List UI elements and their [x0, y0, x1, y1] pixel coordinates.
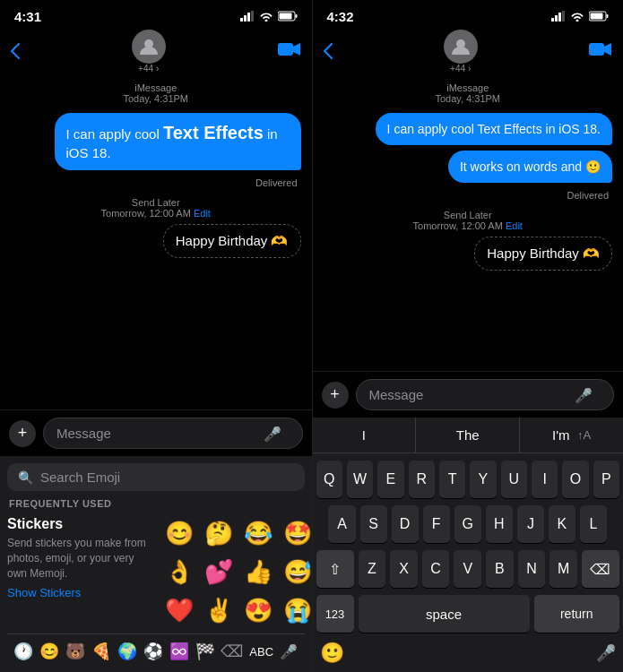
suggestion-icon: ↑A	[577, 428, 591, 442]
right-avatar	[444, 30, 478, 64]
right-wifi-icon	[570, 11, 584, 22]
suggestion-Im[interactable]: I'm ↑A	[520, 418, 623, 452]
key-Q[interactable]: Q	[316, 461, 342, 498]
right-emoji-keyboard-button[interactable]: 🙂	[320, 642, 344, 665]
left-status-time: 4:31	[14, 9, 41, 24]
right-video-button[interactable]	[589, 41, 612, 62]
right-input-wrapper: Message 🎤	[356, 379, 615, 410]
right-keyboard-suggestions: I The I'm ↑A	[313, 418, 624, 453]
right-send-later: Send Later Tomorrow, 12:00 AM Edit	[324, 210, 613, 231]
right-timestamp: iMessageToday, 4:31PM	[324, 82, 613, 104]
left-emoji-smileys-icon[interactable]: 😊	[39, 642, 59, 661]
key-J[interactable]: J	[517, 505, 544, 543]
right-keyboard: I The I'm ↑A Q W E R T Y U I O P A S	[313, 418, 624, 672]
left-stickers-promo: Stickers Send stickers you make from pho…	[7, 516, 305, 628]
emoji-item[interactable]: 😍	[240, 593, 276, 628]
space-key[interactable]: space	[359, 595, 530, 633]
key-G[interactable]: G	[454, 505, 481, 543]
left-keyboard-mic-icon[interactable]: 🎤	[280, 643, 298, 660]
left-emoji-search-bar[interactable]: 🔍 Search Emoji	[7, 463, 305, 491]
key-Y[interactable]: Y	[470, 461, 496, 498]
left-emoji-recent-icon[interactable]: 🕐	[13, 642, 33, 661]
shift-key[interactable]: ⇧	[316, 550, 354, 588]
left-emoji-delete-icon[interactable]: ⌫	[221, 642, 243, 661]
wifi-icon	[259, 11, 273, 22]
left-show-stickers-button[interactable]: Show Stickers	[7, 586, 154, 599]
right-nav-bar: +44 ›	[313, 29, 624, 75]
emoji-item[interactable]: 🤩	[280, 516, 312, 551]
left-messages-area: iMessageToday, 4:31PM I can apply cool T…	[0, 75, 312, 409]
left-emoji-animals-icon[interactable]: 🐻	[65, 642, 85, 661]
key-123[interactable]: 123	[316, 595, 354, 633]
suggestion-The[interactable]: The	[416, 418, 520, 452]
key-K[interactable]: K	[549, 505, 575, 543]
emoji-item[interactable]: 👍	[240, 555, 276, 590]
key-M[interactable]: M	[549, 550, 577, 588]
key-A[interactable]: A	[328, 505, 355, 543]
emoji-item[interactable]: 😭	[280, 593, 312, 628]
right-mic-icon[interactable]: 🎤	[575, 386, 593, 403]
right-edit-link[interactable]: Edit	[506, 220, 523, 231]
left-video-button[interactable]	[278, 41, 301, 62]
key-B[interactable]: B	[486, 550, 514, 588]
right-phone-panel: 4:32 +44 › iMessageToday, 4:31PM I ca	[312, 0, 624, 672]
right-back-button[interactable]	[324, 43, 333, 59]
key-O[interactable]: O	[562, 461, 588, 498]
emoji-item[interactable]: 😅	[280, 555, 312, 590]
battery-icon	[278, 11, 298, 22]
key-I[interactable]: I	[532, 461, 558, 498]
right-add-button[interactable]: +	[322, 382, 349, 409]
left-nav-center: +44 ›	[132, 30, 166, 73]
key-Z[interactable]: Z	[359, 550, 386, 588]
left-status-bar: 4:31	[0, 0, 312, 29]
key-U[interactable]: U	[501, 461, 527, 498]
signal-icon	[240, 11, 255, 22]
svg-rect-8	[278, 43, 293, 56]
right-signal-icon	[551, 11, 566, 22]
key-L[interactable]: L	[580, 505, 607, 543]
right-scheduled-bubble: Happy Birthday 🫶	[474, 237, 612, 271]
key-W[interactable]: W	[347, 461, 373, 498]
key-S[interactable]: S	[360, 505, 387, 543]
key-row-3: ⇧ Z X C V B N M ⌫	[316, 550, 620, 588]
key-E[interactable]: E	[377, 461, 403, 498]
emoji-item[interactable]: 🤔	[201, 516, 237, 551]
key-R[interactable]: R	[409, 461, 435, 498]
emoji-item[interactable]: 💕	[201, 555, 237, 590]
backspace-key[interactable]: ⌫	[582, 550, 619, 588]
left-edit-link[interactable]: Edit	[194, 208, 211, 219]
suggestion-I[interactable]: I	[313, 418, 417, 452]
return-key[interactable]: return	[534, 595, 620, 633]
emoji-item[interactable]: ✌️	[201, 593, 237, 628]
right-keyboard-mic-button[interactable]: 🎤	[596, 643, 616, 663]
left-emoji-food-icon[interactable]: 🍕	[91, 642, 111, 661]
key-N[interactable]: N	[518, 550, 546, 588]
key-F[interactable]: F	[423, 505, 450, 543]
key-H[interactable]: H	[486, 505, 513, 543]
right-input-bar: + Message 🎤	[313, 371, 624, 418]
left-mic-icon[interactable]: 🎤	[264, 425, 281, 442]
emoji-item[interactable]: 😊	[161, 516, 197, 551]
key-row-2: A S D F G H J K L	[316, 505, 620, 543]
left-emoji-flags-icon[interactable]: 🏁	[195, 642, 215, 661]
emoji-item[interactable]: ❤️	[161, 593, 197, 628]
key-X[interactable]: X	[390, 550, 418, 588]
left-add-button[interactable]: +	[9, 420, 36, 447]
svg-rect-0	[240, 18, 243, 22]
emoji-item[interactable]: 👌	[161, 555, 197, 590]
left-emoji-objects-icon[interactable]: ⚽	[143, 642, 163, 661]
key-P[interactable]: P	[593, 461, 619, 498]
emoji-item[interactable]: 😂	[240, 516, 276, 551]
key-V[interactable]: V	[454, 550, 481, 588]
key-D[interactable]: D	[392, 505, 419, 543]
left-emoji-keyboard: 🔍 Search Emoji FREQUENTLY USED Stickers …	[0, 456, 312, 672]
left-emoji-symbols-icon[interactable]: ♾️	[169, 642, 189, 661]
key-row-1: Q W E R T Y U I O P	[316, 461, 620, 498]
left-back-button[interactable]	[11, 43, 20, 59]
key-T[interactable]: T	[439, 461, 465, 498]
left-stickers-desc: Send stickers you make from photos, emoj…	[7, 536, 154, 581]
left-emoji-travel-icon[interactable]: 🌍	[117, 642, 137, 661]
key-C[interactable]: C	[422, 550, 450, 588]
svg-rect-9	[551, 18, 554, 22]
left-abc-button[interactable]: ABC	[249, 645, 273, 659]
